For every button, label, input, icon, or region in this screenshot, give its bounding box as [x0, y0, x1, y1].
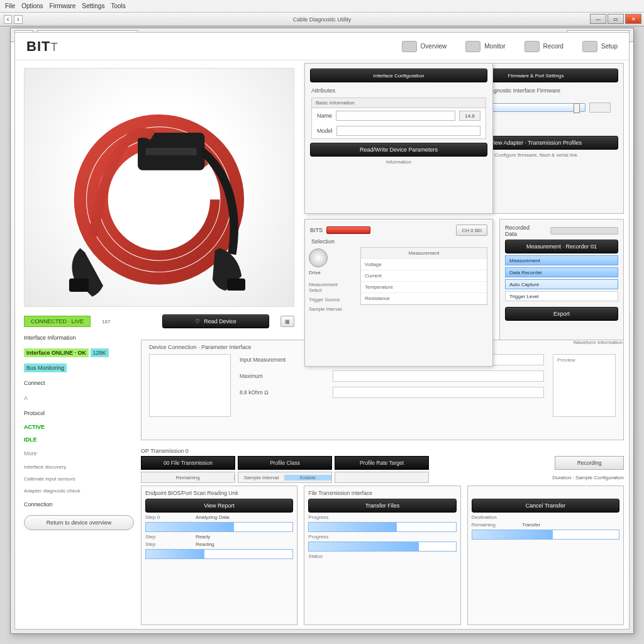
mon1-c: Sample Interval [309, 306, 352, 312]
sidebar-info-label: Interface Information [24, 333, 134, 342]
app-window: Devices \ Diagnostic Interface BITT Over… [10, 28, 634, 634]
window-titlebar: ‹ › Cable Diagnostic Utility — ▭ ✕ [0, 13, 644, 26]
sidebar-idle: IDLE [24, 436, 37, 443]
status-badge: CONNECTED · LIVE [24, 316, 91, 327]
list-item[interactable]: Voltage [361, 259, 487, 270]
subtab-3[interactable] [335, 472, 429, 483]
bottom-cards: Endpoint BIOS/Port Scan Reading Unit Vie… [141, 486, 624, 625]
opt-f2-label: Maximum [240, 373, 328, 379]
tab-overview[interactable]: Overview [402, 41, 447, 52]
cancel-transfer-button[interactable]: Cancel Transfer [472, 499, 619, 513]
sidebar-more-label: More [24, 449, 134, 458]
opt-f3-label: 8.8 kOhm Ω [240, 389, 328, 396]
os-menubar: File Options Firmware Settings Tools [0, 0, 644, 13]
config-model-input[interactable] [336, 126, 480, 136]
menu-firmware[interactable]: Firmware [50, 3, 76, 9]
sidebar-item-connection[interactable]: Connection [24, 500, 134, 509]
card-transfer-title: File Transmission Interface [308, 490, 456, 496]
recorder-item-2[interactable]: Data Recorder [505, 267, 618, 277]
opt-f3-input[interactable] [333, 387, 544, 398]
knob-icon[interactable] [309, 248, 328, 267]
recorder-item-1[interactable]: Measurement [505, 255, 618, 265]
slider-thumb-icon[interactable] [574, 103, 580, 113]
export-button[interactable]: Export [505, 307, 618, 321]
mon1-b: Trigger Source [309, 297, 352, 303]
window-minimize-button[interactable]: — [590, 14, 606, 24]
monitor-panel: BITS CH 0 BD Selection Drive Measurement… [304, 219, 493, 367]
mon1-a: Measurement Select [309, 282, 352, 293]
heart-icon: ♡ [195, 318, 200, 325]
config-row1-value: 14.8 [459, 111, 480, 121]
options-thumb [149, 354, 231, 417]
recorder-header: Measurement · Recorder 01 [505, 240, 618, 253]
tab-profile-rate[interactable]: Profile Rate Target [335, 456, 429, 470]
cable-icon [35, 78, 283, 297]
product-image [24, 68, 294, 307]
sidebar-item-protocol[interactable]: Protocol [24, 409, 134, 418]
recorder-item-3[interactable]: Auto Capture [505, 279, 618, 289]
tab-setup[interactable]: Setup [582, 41, 618, 52]
config-name-input[interactable] [336, 111, 455, 121]
monitor-icon [465, 41, 480, 52]
transfer-progress-1 [308, 522, 456, 532]
read-device-button[interactable]: ♡ Read Device [162, 314, 269, 328]
tab-profile-class[interactable]: Profile Class [238, 456, 332, 470]
sidebar-status-online: Interface ONLINE · OK [24, 348, 89, 357]
recorder-level [550, 227, 618, 235]
card-cancel: Cancel Transfer Destination RemainingTra… [467, 486, 624, 625]
config-header: Interface Configuration [310, 69, 487, 82]
tabbar-caption: OP Transmission 0 [141, 448, 624, 454]
sidebar-more-2[interactable]: Calibrate input sensors [24, 476, 134, 482]
tab-file-transmission[interactable]: 00 File Transmission [141, 456, 235, 470]
recorder-item-4[interactable]: Trigger Level [505, 291, 618, 301]
config-group-head: Basic Information [312, 98, 486, 108]
menu-file[interactable]: File [5, 3, 15, 9]
config-rw-button[interactable]: Read/Write Device Parameters [310, 143, 487, 157]
sidebar-more-3[interactable]: Adapter diagnostic check [24, 488, 134, 494]
sidebar-col-a: A [24, 394, 134, 402]
subtab-right-caption: Duration · Sample Configuration [552, 475, 624, 480]
list-item[interactable]: Current [361, 270, 487, 282]
tab-monitor[interactable]: Monitor [465, 41, 505, 52]
folder-icon [402, 41, 417, 52]
sidebar-status-rate: 128K [91, 348, 109, 357]
card-scan: Endpoint BIOS/Port Scan Reading Unit Vie… [141, 486, 297, 625]
list-item[interactable]: Temperature [361, 282, 487, 293]
window-close-button[interactable]: ✕ [625, 14, 641, 24]
baudrate-value [589, 103, 611, 113]
transfer-progress-2 [308, 541, 456, 552]
window-maximize-button[interactable]: ▭ [608, 14, 624, 24]
opt-f2-input[interactable] [333, 370, 544, 382]
config-row2-label: Model [317, 128, 333, 134]
window-title: Cable Diagnostic Utility [293, 16, 352, 23]
record-icon [525, 41, 540, 52]
top-tabs: Overview Monitor Record Setup [402, 41, 618, 52]
nav-forward-button[interactable]: › [14, 15, 22, 24]
menu-settings[interactable]: Settings [82, 3, 104, 9]
return-overview-button[interactable]: Return to device overview [24, 515, 134, 530]
subtab-2[interactable]: Sample IntervalEnable [238, 472, 332, 483]
content-area: BITT Overview Monitor Record Setup [14, 32, 630, 630]
svg-rect-4 [146, 148, 197, 155]
channel-chip[interactable]: CH 0 BD [456, 225, 487, 236]
header-row: BITT Overview Monitor Record Setup [15, 33, 629, 60]
sidebar-status-bus: Bus Monitoring [24, 364, 67, 372]
list-item[interactable]: Resistance [361, 293, 487, 304]
sidebar-more-1[interactable]: Interface discovery [24, 464, 134, 470]
sidebar-item-connect[interactable]: Connect [24, 379, 134, 387]
tab-recording[interactable]: Recording [555, 456, 624, 470]
view-report-button[interactable]: View Report [145, 499, 293, 513]
nav-back-button[interactable]: ‹ [4, 15, 12, 24]
measurement-list-head: Measurement [361, 248, 487, 259]
card-scan-title: Endpoint BIOS/Port Scan Reading Unit [145, 490, 293, 496]
subtab-1[interactable]: Remaining [141, 472, 235, 483]
tab-record[interactable]: Record [525, 41, 564, 52]
menu-options[interactable]: Options [21, 3, 43, 9]
config-row1-label: Name [317, 113, 332, 119]
config-caption: Information [305, 157, 492, 167]
scan-progress-1 [145, 522, 293, 532]
transfer-files-button[interactable]: Transfer Files [308, 499, 456, 513]
sidebar-active: ACTIVE [24, 424, 45, 430]
grid-icon[interactable]: ▦ [280, 316, 294, 327]
menu-tools[interactable]: Tools [111, 3, 125, 9]
